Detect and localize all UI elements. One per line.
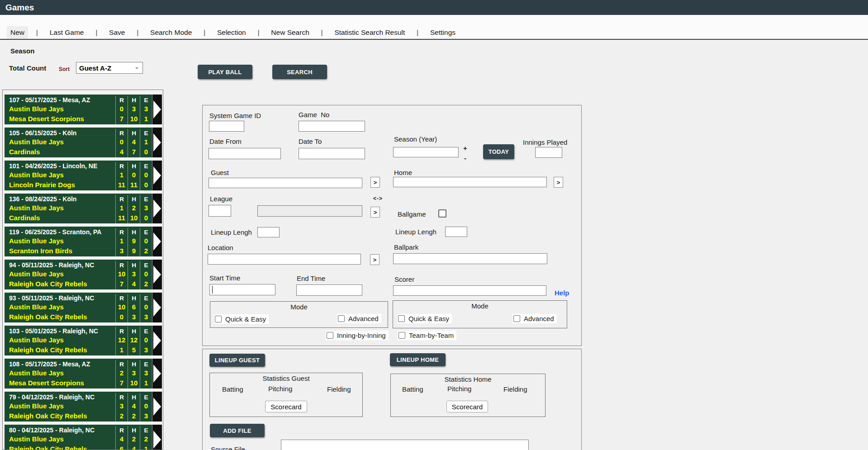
location-expand-button[interactable]: > (370, 254, 379, 265)
open-game-button[interactable] (152, 161, 162, 190)
play-ball-button[interactable]: PLAY BALL (198, 65, 252, 79)
menu-item-last-game[interactable]: Last Game (46, 26, 88, 39)
menu-item-search-mode[interactable]: Search Mode (147, 26, 195, 39)
guest-input[interactable] (209, 178, 362, 188)
location-input[interactable] (208, 254, 361, 265)
add-file-button[interactable]: ADD FILE (210, 424, 265, 437)
game-card-info: 107 - 05/17/2025 - Mesa, AZ Austin Blue … (5, 95, 115, 124)
score-columns: R 1 11 H 2 10 E 3 0 (115, 194, 152, 223)
open-game-button[interactable] (152, 128, 162, 157)
lineup-home-button[interactable]: LINEUP HOME (390, 353, 446, 366)
lineup-length-guest-input[interactable] (257, 227, 280, 237)
game-card[interactable]: 103 - 05/01/2025 - Raleigh, NC Austin Bl… (5, 326, 162, 355)
open-game-button[interactable] (152, 95, 162, 124)
checkbox-box (338, 315, 345, 322)
open-game-button[interactable] (152, 425, 162, 450)
quick-easy-home-checkbox[interactable]: Quick & Easy (397, 314, 452, 323)
advanced-home-checkbox[interactable]: Advanced (512, 314, 557, 323)
inning-by-inning-checkbox[interactable]: Inning-by-Inning (326, 331, 389, 340)
ballgame-checkbox[interactable] (438, 209, 446, 218)
pitching-guest-label: Pitching (268, 385, 292, 393)
open-game-button[interactable] (152, 293, 162, 322)
errors-column: E 0 3 (140, 294, 152, 322)
game-card[interactable]: 80 - 04/12/2025 - Raleigh, NC Austin Blu… (5, 425, 162, 450)
home-hits: 7 (128, 147, 140, 156)
home-hits: 4 (128, 445, 140, 450)
game-card[interactable]: 94 - 05/11/2025 - Raleigh, NC Austin Blu… (5, 260, 162, 289)
game-card-info: 101 - 04/26/2025 - Lincoln, NE Austin Bl… (5, 161, 115, 190)
open-game-button[interactable] (152, 194, 162, 223)
date-to-input[interactable] (299, 148, 365, 159)
hits-column: H 4 7 (128, 129, 140, 157)
open-game-button[interactable] (152, 326, 162, 355)
guest-hits: 2 (128, 435, 140, 444)
date-from-input[interactable] (209, 148, 281, 159)
game-card[interactable]: 79 - 04/12/2025 - Raleigh, NC Austin Blu… (5, 392, 162, 422)
game-card[interactable]: 107 - 05/17/2025 - Mesa, AZ Austin Blue … (5, 95, 162, 124)
home-input[interactable] (393, 177, 547, 187)
open-game-button[interactable] (152, 260, 162, 289)
runs-header: R (116, 96, 128, 104)
menu-item-new-search[interactable]: New Search (267, 26, 313, 39)
scorer-label: Scorer (394, 275, 414, 283)
home-runs: 4 (116, 147, 128, 156)
errors-column: E 0 3 (140, 393, 152, 422)
advanced-guest-checkbox[interactable]: Advanced (337, 314, 381, 323)
window-titlebar: Games (0, 0, 868, 15)
menu-item-save[interactable]: Save (105, 26, 128, 39)
runs-header: R (116, 162, 128, 171)
home-errors: 1 (140, 114, 152, 123)
lineup-length-home-input[interactable] (445, 227, 467, 237)
start-time-input[interactable] (209, 284, 275, 295)
search-button[interactable]: SEARCH (272, 65, 327, 79)
runs-column: R 2 7 (115, 360, 128, 388)
innings-played-input[interactable] (535, 147, 562, 158)
ballpark-input[interactable] (393, 253, 547, 264)
season-year-input[interactable] (393, 147, 459, 157)
guest-errors: 0 (140, 237, 152, 246)
open-game-button[interactable] (152, 392, 162, 422)
source-file-input[interactable] (281, 440, 529, 450)
season-minus-label[interactable]: - (464, 154, 466, 162)
hits-column: H 3 10 (128, 96, 140, 124)
open-game-button[interactable] (152, 359, 162, 388)
hits-header: H (128, 195, 140, 204)
sort-label: Sort (59, 66, 70, 72)
menu-item-settings[interactable]: Settings (427, 26, 459, 39)
guest-expand-button[interactable]: > (370, 177, 380, 188)
season-plus-label[interactable]: + (463, 144, 467, 152)
game-card[interactable]: 108 - 05/17/2025 - Mesa, AZ Austin Blue … (5, 359, 162, 388)
menu-item-statistic-search-result[interactable]: Statistic Search Result (331, 26, 408, 39)
menu-separator: | (321, 29, 323, 36)
scorecard-guest-button[interactable]: Scorecard (265, 401, 307, 412)
home-hits: 4 (128, 279, 140, 289)
game-card[interactable]: 136 - 08/24/2025 - Köln Austin Blue Jays… (5, 194, 162, 223)
game-card[interactable]: 93 - 05/11/2025 - Raleigh, NC Austin Blu… (5, 293, 162, 322)
today-button[interactable]: TODAY (483, 144, 514, 159)
game-card[interactable]: 101 - 04/26/2025 - Lincoln, NE Austin Bl… (5, 161, 162, 190)
home-expand-button[interactable]: > (554, 177, 563, 188)
help-link[interactable]: Help (555, 289, 569, 297)
league-code-input[interactable] (209, 205, 231, 217)
system-game-id-input[interactable] (209, 121, 244, 132)
game-card[interactable]: 119 - 06/25/2025 - Scranton, PA Austin B… (5, 227, 162, 256)
game-no-input[interactable] (299, 121, 365, 132)
home-runs: 6 (116, 445, 128, 450)
end-time-input[interactable] (296, 284, 362, 296)
menu-item-selection[interactable]: Selection (213, 26, 250, 39)
home-runs: 0 (116, 313, 128, 322)
team-by-team-checkbox[interactable]: Team-by-Team (398, 331, 456, 340)
game-card[interactable]: 105 - 06/15/2025 - Köln Austin Blue Jays… (5, 128, 162, 157)
lineup-guest-button[interactable]: LINEUP GUEST (209, 354, 265, 367)
home-hits: 2 (128, 412, 140, 421)
league-expand-button[interactable]: > (370, 207, 380, 218)
open-game-button[interactable] (152, 227, 162, 256)
quick-easy-guest-checkbox[interactable]: Quick & Easy (214, 314, 269, 324)
scorer-input[interactable] (393, 285, 546, 296)
menu-item-new[interactable]: New (7, 26, 28, 39)
sort-select[interactable]: Guest A-Z (76, 62, 143, 74)
score-columns: R 12 1 H 12 5 E 0 3 (115, 326, 152, 355)
scorecard-home-button[interactable]: Scorecard (446, 401, 488, 412)
guest-runs: 0 (116, 104, 128, 114)
guest-errors: 0 (140, 303, 152, 312)
